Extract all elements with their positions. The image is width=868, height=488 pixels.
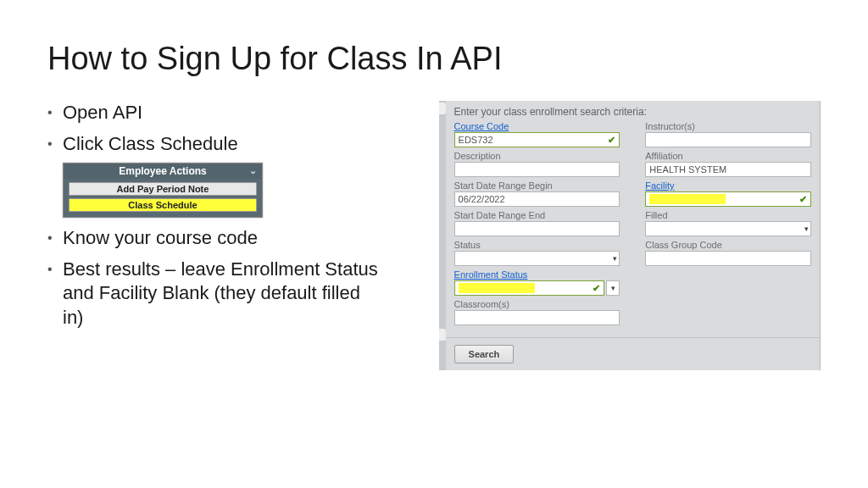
- bullet-dot: •: [47, 258, 63, 330]
- start-begin-input[interactable]: 06/22/2022: [454, 191, 620, 207]
- instructors-input[interactable]: [645, 132, 811, 147]
- class-group-input[interactable]: [645, 251, 811, 266]
- employee-actions-body: Add Pay Period Note Class Schedule: [64, 179, 262, 217]
- enrollment-search-panel: Enter your class enrollment search crite…: [439, 101, 821, 370]
- slide-body: • Open API • Click Class Schedule Employ…: [47, 101, 821, 370]
- bullet-text: Click Class Schedule: [63, 132, 380, 157]
- instructors-field: Instructor(s): [645, 121, 811, 147]
- employee-actions-title: Employee Actions: [119, 165, 207, 177]
- bullet-item: • Click Class Schedule: [47, 132, 380, 157]
- bullet-item: • Know your course code: [47, 226, 380, 251]
- slide-title: How to Sign Up for Class In API: [47, 41, 821, 77]
- bullet-dot: •: [47, 132, 63, 157]
- facility-input[interactable]: ✔: [645, 191, 811, 207]
- bullet-item: • Open API: [47, 101, 380, 125]
- bullet-dot: •: [47, 101, 63, 125]
- affiliation-label: Affiliation: [645, 151, 811, 161]
- search-row: Search: [446, 337, 820, 363]
- classrooms-field: Classroom(s): [454, 299, 620, 325]
- bullet-dot: •: [47, 226, 63, 251]
- status-select[interactable]: ▾: [454, 251, 620, 266]
- form-grid: Course Code EDS732 ✔ Instructor(s) Descr…: [446, 121, 820, 334]
- bullet-item: • Best results – leave Enrollment Status…: [47, 258, 380, 330]
- start-begin-field: Start Date Range Begin 06/22/2022: [454, 180, 620, 207]
- bullet-list: • Open API • Click Class Schedule Employ…: [47, 101, 380, 370]
- status-label: Status: [454, 240, 620, 250]
- check-icon: ✔: [608, 135, 615, 146]
- panel-tab-notch: [439, 329, 446, 341]
- course-code-field: Course Code EDS732 ✔: [454, 121, 620, 147]
- affiliation-input[interactable]: HEALTH SYSTEM: [645, 162, 811, 177]
- bullet-text: Open API: [63, 101, 380, 125]
- description-label: Description: [454, 151, 620, 161]
- search-button[interactable]: Search: [454, 345, 515, 363]
- employee-actions-header[interactable]: Employee Actions ⌄: [64, 164, 262, 179]
- start-begin-value: 06/22/2022: [459, 194, 505, 204]
- status-field: Status ▾: [454, 240, 620, 266]
- instructors-label: Instructor(s): [645, 121, 811, 131]
- course-code-value: EDS732: [459, 135, 493, 145]
- chevron-down-icon: ▾: [611, 284, 615, 292]
- affiliation-value: HEALTH SYSTEM: [649, 164, 726, 175]
- enrollment-status-highlighted-value: [459, 283, 535, 293]
- enrollment-status-input[interactable]: ✔: [454, 280, 605, 296]
- filled-label: Filled: [645, 210, 811, 220]
- chevron-down-icon: ⌄: [249, 165, 257, 176]
- slide: How to Sign Up for Class In API • Open A…: [0, 0, 868, 488]
- description-field: Description: [454, 151, 620, 177]
- chevron-down-icon: ▾: [613, 254, 617, 263]
- classrooms-input[interactable]: [454, 310, 620, 325]
- add-pay-period-note-button[interactable]: Add Pay Period Note: [69, 182, 257, 196]
- check-icon: ✔: [593, 283, 600, 294]
- class-group-field: Class Group Code: [645, 240, 811, 266]
- bullet-text: Know your course code: [63, 226, 380, 251]
- enrollment-status-dropdown[interactable]: ▾: [606, 280, 620, 296]
- class-group-label: Class Group Code: [645, 240, 811, 250]
- start-end-label: Start Date Range End: [454, 210, 620, 220]
- employee-actions-panel: Employee Actions ⌄ Add Pay Period Note C…: [63, 163, 263, 218]
- check-icon: ✔: [799, 194, 807, 205]
- facility-highlighted-value: [649, 194, 726, 204]
- course-code-label[interactable]: Course Code: [454, 121, 620, 131]
- class-schedule-button[interactable]: Class Schedule: [69, 198, 257, 212]
- affiliation-field: Affiliation HEALTH SYSTEM: [645, 151, 811, 177]
- chevron-down-icon: ▾: [804, 225, 809, 233]
- filled-select[interactable]: ▾: [645, 221, 811, 236]
- description-input[interactable]: [454, 162, 620, 177]
- form-heading: Enter your class enrollment search crite…: [446, 101, 820, 121]
- start-begin-label: Start Date Range Begin: [454, 180, 620, 191]
- facility-field: Facility ✔: [645, 180, 811, 207]
- course-code-input[interactable]: EDS732 ✔: [454, 132, 620, 147]
- enrollment-status-field: Enrollment Status ✔ ▾: [454, 269, 620, 296]
- enrollment-status-label[interactable]: Enrollment Status: [454, 269, 620, 280]
- classrooms-label: Classroom(s): [454, 299, 620, 309]
- facility-label[interactable]: Facility: [645, 180, 811, 191]
- start-end-input[interactable]: [454, 221, 620, 236]
- bullet-text: Best results – leave Enrollment Status a…: [63, 258, 380, 330]
- panel-tab-notch: [439, 103, 446, 114]
- filled-field: Filled ▾: [645, 210, 811, 236]
- start-end-field: Start Date Range End: [454, 210, 620, 236]
